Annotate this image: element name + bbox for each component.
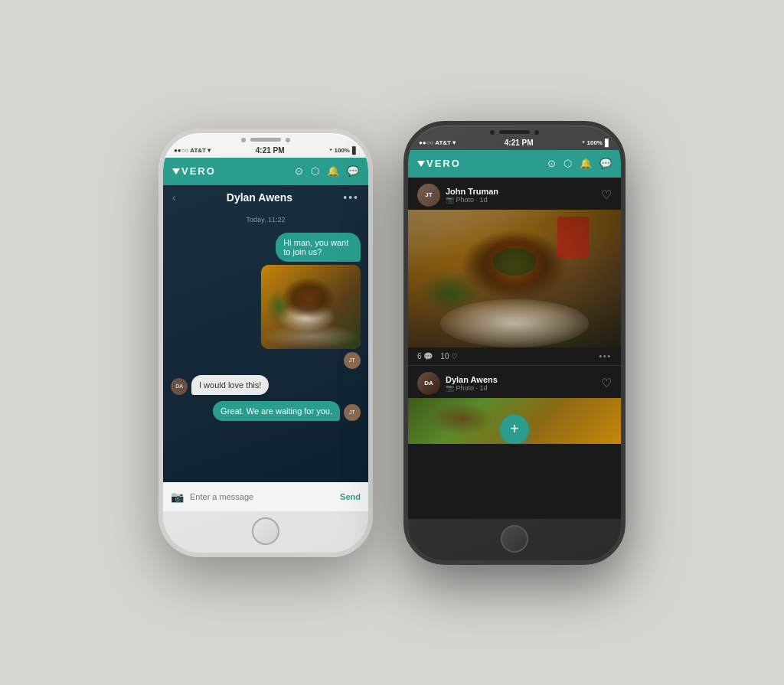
chat-messages-area: Today, 11:22 Hi man, you want to join us…: [163, 210, 368, 482]
home-button-area-dark: [408, 519, 621, 560]
camera-button[interactable]: 📷: [171, 491, 184, 503]
msg-image: [261, 265, 361, 349]
vero-wordmark-dark: VERO: [426, 158, 461, 169]
camera-dot-dark: [490, 130, 495, 135]
battery-white: 100%: [335, 147, 350, 154]
camera-dot: [241, 138, 246, 142]
avatar-initials-3: JT: [349, 409, 355, 415]
header-icons-dark[interactable]: ⊙ ⬡ 🔔 💬: [547, 158, 612, 169]
battery-dark: 100%: [587, 139, 603, 146]
avatar-initials-1: JT: [349, 357, 355, 363]
feed-user-info-2: DA Dylan Awens 📷 Photo · 1d: [417, 372, 498, 395]
fab-add-button[interactable]: +: [500, 415, 529, 444]
carrier-white: ●●○○ AT&T: [174, 147, 206, 154]
vero-triangle-dark: [417, 161, 425, 167]
send-button[interactable]: Send: [340, 492, 361, 501]
feed-actions-1: 6 💬 10 ♡ •••: [408, 347, 621, 366]
home-button-white[interactable]: [252, 517, 279, 545]
feed-action-left-1: 6 💬 10 ♡: [417, 352, 458, 360]
bag-icon-white[interactable]: ⬡: [311, 165, 319, 177]
feed-screen: JT John Truman 📷 Photo · 1d ♡: [408, 178, 621, 519]
speaker-bar-dark: [499, 130, 530, 134]
feed-post-1-header: JT John Truman 📷 Photo · 1d ♡: [408, 178, 621, 210]
msg-avatar-1: JT: [344, 352, 361, 369]
home-button-dark[interactable]: [501, 525, 528, 553]
wifi-white: ▾: [207, 147, 211, 154]
feed-user-text-2: Dylan Awens 📷 Photo · 1d: [446, 375, 498, 392]
phone-top-notch-dark: [408, 126, 621, 136]
status-bar-dark: ●●○○ AT&T ▾ 4:21 PM * 100% ▋: [408, 136, 621, 150]
app-header-dark: VERO ⊙ ⬡ 🔔 💬: [408, 150, 621, 178]
feed-image-2-container: +: [408, 398, 621, 444]
status-bar-white: ●●○○ AT&T ▾ 4:21 PM * 100% ▋: [163, 144, 368, 158]
phone-top-notch: [163, 133, 368, 144]
header-icons-white[interactable]: ⊙ ⬡ 🔔 💬: [295, 165, 359, 177]
time-white: 4:21 PM: [256, 146, 285, 155]
likes-count-1[interactable]: 10 ♡: [440, 352, 458, 360]
camera-dot2-dark: [534, 130, 539, 135]
chat-timestamp: Today, 11:22: [171, 216, 361, 223]
battery-icon-white: ▋: [352, 147, 358, 155]
profile-icon-dark[interactable]: ⊙: [547, 158, 556, 169]
avatar-initials-2: DA: [175, 383, 183, 389]
feed-image-overlay-1: [408, 210, 621, 347]
bell-icon-dark[interactable]: 🔔: [580, 158, 592, 169]
feed-image-1: [408, 210, 621, 347]
msg-row-incoming-1: DA I would love this!: [171, 375, 361, 395]
heart-icon-1[interactable]: ♡: [601, 188, 612, 202]
wifi-dark: ▾: [452, 139, 456, 146]
msg-avatar-3: JT: [344, 404, 361, 421]
feed-avatar-2[interactable]: DA: [417, 372, 440, 395]
message-input[interactable]: [190, 492, 334, 501]
status-left: ●●○○ AT&T ▾: [174, 147, 211, 154]
feed-user-info-1: JT John Truman 📷 Photo · 1d: [417, 184, 498, 207]
more-button-1[interactable]: •••: [599, 352, 612, 360]
vero-logo-white: VERO: [172, 165, 216, 177]
status-right-dark: * 100% ▋: [582, 139, 610, 147]
scene: ●●○○ AT&T ▾ 4:21 PM * 100% ▋ VERO ⊙: [0, 0, 784, 685]
feed-avatar-initials-1: JT: [425, 191, 432, 198]
chat-screen: ‹ Dylan Awens ••• Today, 11:22 Hi man, y…: [163, 185, 368, 511]
heart-icon-2[interactable]: ♡: [601, 376, 612, 390]
feed-avatar-1[interactable]: JT: [417, 184, 440, 207]
more-button[interactable]: •••: [343, 191, 359, 204]
plus-icon: +: [510, 420, 519, 438]
vero-logo-dark: VERO: [417, 158, 461, 169]
feed-post-1: JT John Truman 📷 Photo · 1d ♡: [408, 178, 621, 366]
feed-user-name-1: John Truman: [446, 187, 498, 196]
app-header-white: VERO ⊙ ⬡ 🔔 💬: [163, 158, 368, 185]
phone-dark: ●●○○ AT&T ▾ 4:21 PM * 100% ▋ VERO ⊙: [403, 121, 626, 565]
profile-icon-white[interactable]: ⊙: [295, 165, 303, 177]
feed-avatar-initials-2: DA: [424, 380, 433, 387]
status-left-dark: ●●○○ AT&T ▾: [419, 139, 456, 146]
vero-wordmark-white: VERO: [181, 165, 216, 177]
chat-input-bar: 📷 Send: [163, 482, 368, 511]
vero-triangle-white: [172, 168, 180, 175]
time-dark: 4:21 PM: [505, 139, 534, 147]
chat-nav: ‹ Dylan Awens •••: [163, 185, 368, 210]
msg-bubble-outgoing-2: Great. We are waiting for you.: [213, 401, 340, 421]
phone-white: ●●○○ AT&T ▾ 4:21 PM * 100% ▋ VERO ⊙: [158, 129, 373, 557]
feed-post-2: DA Dylan Awens 📷 Photo · 1d ♡: [408, 366, 621, 519]
comments-count-1[interactable]: 6 💬: [417, 352, 433, 360]
feed-post-2-header: DA Dylan Awens 📷 Photo · 1d ♡: [408, 366, 621, 398]
msg-row-outgoing-2: Great. We are waiting for you. JT: [171, 401, 361, 421]
feed-user-name-2: Dylan Awens: [446, 375, 498, 384]
battery-icon-dark: ▋: [605, 139, 610, 147]
msg-avatar-2: DA: [171, 378, 188, 395]
msg-row-outgoing-1: Hi man, you want to join us?: [171, 233, 361, 369]
comment-icon-1: 💬: [423, 352, 433, 360]
bluetooth-white: *: [329, 147, 332, 154]
carrier-dark: ●●○○ AT&T: [419, 139, 451, 146]
bell-icon-white[interactable]: 🔔: [327, 165, 339, 177]
chat-icon-white[interactable]: 💬: [347, 165, 359, 177]
msg-bubble-outgoing-1: Hi man, you want to join us?: [276, 233, 361, 262]
bag-icon-dark[interactable]: ⬡: [564, 158, 572, 169]
msg-bubble-incoming-1: I would love this!: [191, 375, 269, 395]
status-right-white: * 100% ▋: [329, 147, 358, 155]
chat-icon-dark[interactable]: 💬: [599, 158, 612, 169]
speaker-bar: [250, 138, 281, 142]
camera-dot2: [286, 138, 290, 142]
feed-user-text-1: John Truman 📷 Photo · 1d: [446, 187, 498, 204]
feed-user-meta-2: 📷 Photo · 1d: [446, 384, 498, 392]
